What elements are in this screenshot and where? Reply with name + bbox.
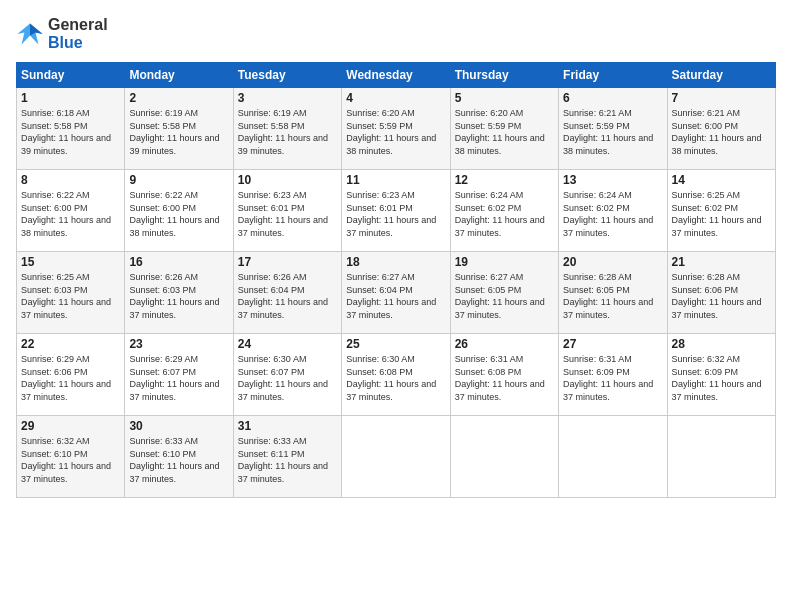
daylight-label: Daylight: 11 hours and 38 minutes. xyxy=(455,133,545,156)
day-info: Sunrise: 6:31 AM Sunset: 6:09 PM Dayligh… xyxy=(563,353,662,403)
day-number: 23 xyxy=(129,337,228,351)
day-info: Sunrise: 6:31 AM Sunset: 6:08 PM Dayligh… xyxy=(455,353,554,403)
sunrise-label: Sunrise: 6:31 AM xyxy=(563,354,632,364)
day-number: 27 xyxy=(563,337,662,351)
daylight-label: Daylight: 11 hours and 38 minutes. xyxy=(129,215,219,238)
day-info: Sunrise: 6:33 AM Sunset: 6:10 PM Dayligh… xyxy=(129,435,228,485)
sunset-label: Sunset: 6:00 PM xyxy=(21,203,88,213)
day-number: 12 xyxy=(455,173,554,187)
calendar-cell: 30 Sunrise: 6:33 AM Sunset: 6:10 PM Dayl… xyxy=(125,416,233,498)
day-number: 24 xyxy=(238,337,337,351)
daylight-label: Daylight: 11 hours and 37 minutes. xyxy=(563,297,653,320)
sunset-label: Sunset: 6:00 PM xyxy=(672,121,739,131)
day-info: Sunrise: 6:33 AM Sunset: 6:11 PM Dayligh… xyxy=(238,435,337,485)
svg-marker-1 xyxy=(30,24,43,36)
day-info: Sunrise: 6:27 AM Sunset: 6:04 PM Dayligh… xyxy=(346,271,445,321)
day-number: 18 xyxy=(346,255,445,269)
calendar-week: 29 Sunrise: 6:32 AM Sunset: 6:10 PM Dayl… xyxy=(17,416,776,498)
sunset-label: Sunset: 6:05 PM xyxy=(563,285,630,295)
sunrise-label: Sunrise: 6:27 AM xyxy=(455,272,524,282)
day-number: 5 xyxy=(455,91,554,105)
day-info: Sunrise: 6:32 AM Sunset: 6:10 PM Dayligh… xyxy=(21,435,120,485)
sunrise-label: Sunrise: 6:22 AM xyxy=(21,190,90,200)
sunset-label: Sunset: 6:06 PM xyxy=(672,285,739,295)
day-info: Sunrise: 6:22 AM Sunset: 6:00 PM Dayligh… xyxy=(21,189,120,239)
day-info: Sunrise: 6:24 AM Sunset: 6:02 PM Dayligh… xyxy=(455,189,554,239)
daylight-label: Daylight: 11 hours and 39 minutes. xyxy=(238,133,328,156)
day-number: 11 xyxy=(346,173,445,187)
calendar-cell: 2 Sunrise: 6:19 AM Sunset: 5:58 PM Dayli… xyxy=(125,88,233,170)
logo-text: General Blue xyxy=(48,16,108,52)
calendar-table: SundayMondayTuesdayWednesdayThursdayFrid… xyxy=(16,62,776,498)
calendar-cell: 1 Sunrise: 6:18 AM Sunset: 5:58 PM Dayli… xyxy=(17,88,125,170)
day-info: Sunrise: 6:20 AM Sunset: 5:59 PM Dayligh… xyxy=(346,107,445,157)
sunset-label: Sunset: 6:03 PM xyxy=(129,285,196,295)
sunset-label: Sunset: 6:05 PM xyxy=(455,285,522,295)
calendar-cell: 5 Sunrise: 6:20 AM Sunset: 5:59 PM Dayli… xyxy=(450,88,558,170)
header-row: SundayMondayTuesdayWednesdayThursdayFrid… xyxy=(17,63,776,88)
sunrise-label: Sunrise: 6:20 AM xyxy=(346,108,415,118)
daylight-label: Daylight: 11 hours and 37 minutes. xyxy=(455,297,545,320)
calendar-cell: 28 Sunrise: 6:32 AM Sunset: 6:09 PM Dayl… xyxy=(667,334,775,416)
daylight-label: Daylight: 11 hours and 37 minutes. xyxy=(455,379,545,402)
calendar-cell: 18 Sunrise: 6:27 AM Sunset: 6:04 PM Dayl… xyxy=(342,252,450,334)
daylight-label: Daylight: 11 hours and 37 minutes. xyxy=(21,297,111,320)
sunrise-label: Sunrise: 6:33 AM xyxy=(129,436,198,446)
logo-icon xyxy=(16,20,44,48)
day-number: 4 xyxy=(346,91,445,105)
day-info: Sunrise: 6:30 AM Sunset: 6:07 PM Dayligh… xyxy=(238,353,337,403)
day-info: Sunrise: 6:24 AM Sunset: 6:02 PM Dayligh… xyxy=(563,189,662,239)
day-number: 28 xyxy=(672,337,771,351)
sunrise-label: Sunrise: 6:30 AM xyxy=(238,354,307,364)
calendar-cell: 23 Sunrise: 6:29 AM Sunset: 6:07 PM Dayl… xyxy=(125,334,233,416)
sunrise-label: Sunrise: 6:29 AM xyxy=(21,354,90,364)
calendar-cell: 21 Sunrise: 6:28 AM Sunset: 6:06 PM Dayl… xyxy=(667,252,775,334)
sunrise-label: Sunrise: 6:23 AM xyxy=(346,190,415,200)
sunrise-label: Sunrise: 6:31 AM xyxy=(455,354,524,364)
daylight-label: Daylight: 11 hours and 37 minutes. xyxy=(129,297,219,320)
sunset-label: Sunset: 5:59 PM xyxy=(455,121,522,131)
day-number: 20 xyxy=(563,255,662,269)
sunset-label: Sunset: 6:02 PM xyxy=(672,203,739,213)
calendar-cell xyxy=(342,416,450,498)
day-info: Sunrise: 6:26 AM Sunset: 6:04 PM Dayligh… xyxy=(238,271,337,321)
calendar-cell: 27 Sunrise: 6:31 AM Sunset: 6:09 PM Dayl… xyxy=(559,334,667,416)
sunrise-label: Sunrise: 6:24 AM xyxy=(455,190,524,200)
sunset-label: Sunset: 6:06 PM xyxy=(21,367,88,377)
calendar-week: 1 Sunrise: 6:18 AM Sunset: 5:58 PM Dayli… xyxy=(17,88,776,170)
day-info: Sunrise: 6:29 AM Sunset: 6:06 PM Dayligh… xyxy=(21,353,120,403)
calendar-cell: 25 Sunrise: 6:30 AM Sunset: 6:08 PM Dayl… xyxy=(342,334,450,416)
sunset-label: Sunset: 5:58 PM xyxy=(238,121,305,131)
daylight-label: Daylight: 11 hours and 37 minutes. xyxy=(21,379,111,402)
calendar-cell: 20 Sunrise: 6:28 AM Sunset: 6:05 PM Dayl… xyxy=(559,252,667,334)
day-info: Sunrise: 6:23 AM Sunset: 6:01 PM Dayligh… xyxy=(238,189,337,239)
sunset-label: Sunset: 5:58 PM xyxy=(21,121,88,131)
sunrise-label: Sunrise: 6:29 AM xyxy=(129,354,198,364)
sunrise-label: Sunrise: 6:25 AM xyxy=(672,190,741,200)
calendar-cell: 11 Sunrise: 6:23 AM Sunset: 6:01 PM Dayl… xyxy=(342,170,450,252)
header: General Blue xyxy=(16,16,776,52)
calendar-cell xyxy=(559,416,667,498)
day-number: 29 xyxy=(21,419,120,433)
sunrise-label: Sunrise: 6:33 AM xyxy=(238,436,307,446)
sunset-label: Sunset: 6:08 PM xyxy=(346,367,413,377)
header-day: Thursday xyxy=(450,63,558,88)
day-info: Sunrise: 6:29 AM Sunset: 6:07 PM Dayligh… xyxy=(129,353,228,403)
calendar-cell: 10 Sunrise: 6:23 AM Sunset: 6:01 PM Dayl… xyxy=(233,170,341,252)
calendar-cell: 8 Sunrise: 6:22 AM Sunset: 6:00 PM Dayli… xyxy=(17,170,125,252)
daylight-label: Daylight: 11 hours and 37 minutes. xyxy=(129,379,219,402)
sunset-label: Sunset: 6:03 PM xyxy=(21,285,88,295)
day-number: 16 xyxy=(129,255,228,269)
sunrise-label: Sunrise: 6:21 AM xyxy=(672,108,741,118)
day-number: 17 xyxy=(238,255,337,269)
sunrise-label: Sunrise: 6:25 AM xyxy=(21,272,90,282)
daylight-label: Daylight: 11 hours and 38 minutes. xyxy=(672,133,762,156)
day-number: 30 xyxy=(129,419,228,433)
calendar-cell: 9 Sunrise: 6:22 AM Sunset: 6:00 PM Dayli… xyxy=(125,170,233,252)
calendar-week: 15 Sunrise: 6:25 AM Sunset: 6:03 PM Dayl… xyxy=(17,252,776,334)
day-number: 7 xyxy=(672,91,771,105)
day-number: 22 xyxy=(21,337,120,351)
header-day: Monday xyxy=(125,63,233,88)
sunrise-label: Sunrise: 6:20 AM xyxy=(455,108,524,118)
day-number: 13 xyxy=(563,173,662,187)
